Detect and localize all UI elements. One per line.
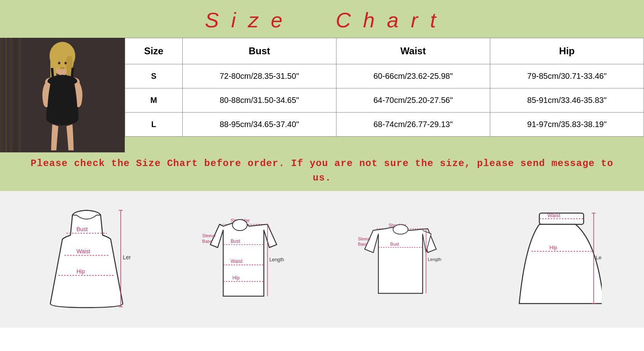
- table-header-row: Size Bust Waist Hip: [125, 38, 644, 64]
- svg-point-33: [233, 220, 248, 231]
- notice-bar: Please check the Size Chart before order…: [0, 152, 644, 191]
- svg-rect-3: [9, 38, 12, 152]
- notice-text: Please check the Size Chart before order…: [0, 156, 644, 185]
- svg-text:Base: Base: [202, 239, 212, 244]
- svg-rect-1: [0, 38, 3, 152]
- content-area: Size Bust Waist Hip S 72-80cm/28.35-31.5…: [0, 38, 644, 152]
- cell-waist-2: 68-74cm/26.77-29.13": [336, 113, 490, 137]
- col-waist: Waist: [336, 38, 490, 64]
- svg-text:Bust: Bust: [390, 242, 399, 246]
- svg-text:Bust: Bust: [76, 226, 88, 232]
- svg-point-18: [65, 62, 67, 64]
- cell-hip-1: 85-91cm/33.46-35.83": [490, 88, 644, 113]
- col-size: Size: [125, 38, 183, 64]
- cell-size-1: M: [125, 88, 183, 113]
- svg-text:Sleeve: Sleeve: [358, 237, 370, 241]
- bottom-section: Bust Waist Hip Length Shoulder: [0, 191, 644, 328]
- cell-waist-1: 64-70cm/25.20-27.56": [336, 88, 490, 113]
- svg-text:Waist: Waist: [547, 212, 560, 218]
- notice-line2: us.: [313, 172, 331, 183]
- cell-waist-0: 60-66cm/23.62-25.98": [336, 64, 490, 88]
- diagram-longsleeve: Shoulder Bust Waist Hip Length Sleeve: [174, 203, 312, 316]
- notice-line1: Please check the Size Chart before order…: [31, 158, 613, 169]
- cell-size-0: S: [125, 64, 183, 88]
- table-row: S 72-80cm/28.35-31.50" 60-66cm/23.62-25.…: [125, 64, 644, 88]
- cell-size-2: L: [125, 113, 183, 137]
- cell-bust-1: 80-88cm/31.50-34.65": [182, 88, 336, 113]
- svg-text:Hip: Hip: [549, 244, 557, 250]
- diagram-sweater: Shoulder Bust Length Sleeve Base: [331, 203, 469, 316]
- table-row: L 88-95cm/34.65-37.40" 68-74cm/26.77-29.…: [125, 113, 644, 137]
- cell-hip-2: 91-97cm/35.83-38.19": [490, 113, 644, 137]
- cell-bust-2: 88-95cm/34.65-37.40": [182, 113, 336, 137]
- svg-rect-2: [5, 38, 7, 152]
- svg-text:Bust: Bust: [231, 238, 241, 244]
- svg-point-17: [58, 62, 60, 64]
- svg-text:Length: Length: [428, 257, 442, 262]
- svg-text:Base: Base: [358, 242, 367, 246]
- diagram-dress: Bust Waist Hip Length: [17, 203, 155, 316]
- svg-point-46: [393, 225, 408, 234]
- col-bust: Bust: [182, 38, 336, 64]
- col-hip: Hip: [490, 38, 644, 64]
- svg-rect-5: [19, 38, 21, 152]
- svg-rect-4: [14, 38, 17, 152]
- svg-text:Waist: Waist: [76, 248, 91, 255]
- diagram-skirt: Waist Hip Length: [488, 203, 626, 316]
- diagram-container: Bust Waist Hip Length Shoulder: [8, 203, 636, 316]
- chart-title: C h a r t: [336, 8, 439, 32]
- svg-text:Waist: Waist: [231, 259, 243, 264]
- svg-text:Sleeve: Sleeve: [202, 233, 216, 238]
- title-row: S i z e C h a r t: [0, 4, 644, 38]
- cell-bust-0: 72-80cm/28.35-31.50": [182, 64, 336, 88]
- svg-text:Hip: Hip: [233, 275, 240, 281]
- svg-text:Length: Length: [596, 255, 602, 261]
- svg-text:Length: Length: [123, 254, 131, 261]
- top-section: S i z e C h a r t: [0, 0, 644, 191]
- size-table: Size Bust Waist Hip S 72-80cm/28.35-31.5…: [125, 38, 644, 137]
- svg-text:Hip: Hip: [76, 268, 85, 275]
- svg-text:Length: Length: [269, 257, 284, 263]
- product-image: [0, 38, 125, 152]
- table-row: M 80-88cm/31.50-34.65" 64-70cm/25.20-27.…: [125, 88, 644, 113]
- cell-hip-0: 79-85cm/30.71-33.46": [490, 64, 644, 88]
- size-title: S i z e: [205, 8, 286, 32]
